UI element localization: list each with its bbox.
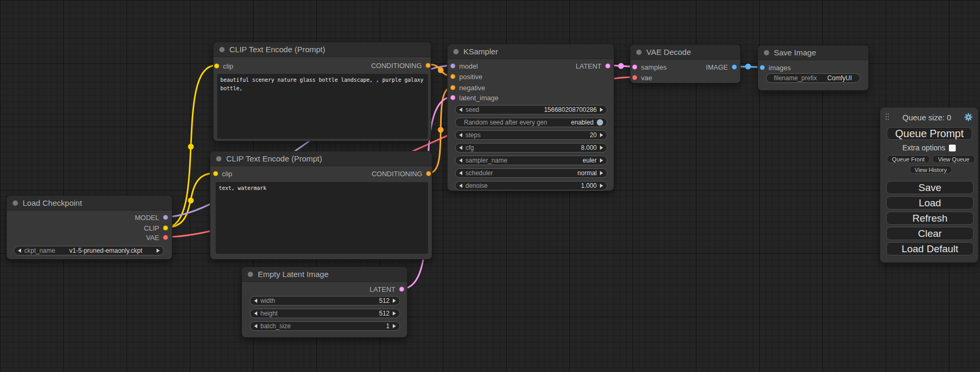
port-dot[interactable] bbox=[163, 235, 168, 240]
queue-front-button[interactable]: Queue Front bbox=[887, 155, 930, 163]
collapse-dot-icon[interactable] bbox=[453, 49, 459, 54]
ckpt-name-widget[interactable]: ckpt_name v1-5-pruned-emaonly.ckpt bbox=[14, 246, 164, 255]
toggle-indicator-icon[interactable] bbox=[597, 119, 603, 126]
output-port-model[interactable]: MODEL bbox=[135, 214, 168, 221]
decrement-arrow-icon[interactable] bbox=[459, 146, 462, 150]
queue-prompt-button[interactable]: Queue Prompt bbox=[887, 127, 972, 140]
denoise-widget[interactable]: denoise 1.000 bbox=[455, 181, 607, 190]
prompt-textarea[interactable]: text, watermark bbox=[216, 182, 428, 254]
increment-arrow-icon[interactable] bbox=[393, 311, 396, 316]
decrement-arrow-icon[interactable] bbox=[254, 311, 257, 316]
prompt-textarea[interactable]: beautiful scenery nature glass bottle la… bbox=[217, 74, 428, 139]
port-dot[interactable] bbox=[213, 171, 218, 176]
seed-widget[interactable]: seed 156680208700286 bbox=[455, 105, 607, 115]
input-port-samples[interactable]: samples bbox=[632, 63, 666, 71]
decrement-arrow-icon[interactable] bbox=[459, 184, 462, 188]
port-dot[interactable] bbox=[450, 74, 455, 79]
refresh-button[interactable]: Refresh bbox=[886, 212, 974, 225]
port-dot[interactable] bbox=[632, 75, 637, 80]
input-port-positive[interactable]: positive bbox=[450, 73, 482, 80]
node-clip-text-encode-positive[interactable]: CLIP Text Encode (Prompt) clip CONDITION… bbox=[213, 42, 431, 141]
settings-gear-icon[interactable] bbox=[964, 112, 973, 122]
decrement-arrow-icon[interactable] bbox=[459, 158, 462, 163]
increment-arrow-icon[interactable] bbox=[157, 249, 160, 253]
collapse-dot-icon[interactable] bbox=[764, 50, 769, 55]
port-dot[interactable] bbox=[426, 171, 431, 176]
view-queue-button[interactable]: View Queue bbox=[932, 155, 975, 163]
port-dot[interactable] bbox=[450, 95, 455, 100]
load-default-button[interactable]: Load Default bbox=[886, 242, 974, 255]
width-widget[interactable]: width 512 bbox=[250, 296, 400, 306]
port-dot[interactable] bbox=[214, 63, 219, 69]
input-port-latent-image[interactable]: latent_image bbox=[450, 94, 498, 101]
port-dot[interactable] bbox=[163, 225, 168, 231]
increment-arrow-icon[interactable] bbox=[600, 108, 603, 112]
output-port-vae[interactable]: VAE bbox=[146, 234, 168, 241]
collapse-dot-icon[interactable] bbox=[13, 201, 18, 206]
input-port-clip[interactable]: clip bbox=[214, 62, 234, 70]
increment-arrow-icon[interactable] bbox=[600, 184, 603, 188]
node-titlebar[interactable]: Empty Latent Image bbox=[242, 267, 407, 282]
increment-arrow-icon[interactable] bbox=[393, 324, 396, 328]
decrement-arrow-icon[interactable] bbox=[459, 133, 462, 137]
output-port-conditioning[interactable]: CONDITIONING bbox=[371, 62, 431, 69]
decrement-arrow-icon[interactable] bbox=[254, 299, 257, 303]
input-port-images[interactable]: images bbox=[760, 64, 791, 71]
node-vae-decode[interactable]: VAE Decode samples vae IMAGE bbox=[630, 44, 741, 83]
port-dot[interactable] bbox=[450, 63, 455, 69]
increment-arrow-icon[interactable] bbox=[600, 158, 603, 163]
decrement-arrow-icon[interactable] bbox=[459, 171, 462, 175]
increment-arrow-icon[interactable] bbox=[600, 146, 603, 150]
collapse-dot-icon[interactable] bbox=[216, 156, 221, 161]
node-empty-latent-image[interactable]: Empty Latent Image LATENT width 512 heig… bbox=[241, 266, 407, 338]
save-button[interactable]: Save bbox=[886, 181, 974, 194]
extra-options-checkbox[interactable] bbox=[949, 145, 956, 151]
random-seed-toggle-widget[interactable]: Random seed after every gen enabled bbox=[455, 118, 607, 127]
node-graph-canvas[interactable]: Load Checkpoint MODEL CLIP VAE ckpt_name… bbox=[0, 0, 980, 372]
steps-widget[interactable]: steps 20 bbox=[455, 130, 607, 140]
output-port-latent[interactable]: LATENT bbox=[576, 62, 610, 70]
node-titlebar[interactable]: Load Checkpoint bbox=[7, 196, 172, 211]
port-dot[interactable] bbox=[399, 287, 404, 292]
node-titlebar[interactable]: VAE Decode bbox=[630, 45, 740, 60]
view-history-button[interactable]: View History bbox=[909, 166, 952, 174]
node-titlebar[interactable]: KSampler bbox=[448, 44, 614, 59]
collapse-dot-icon[interactable] bbox=[636, 50, 642, 55]
port-dot[interactable] bbox=[163, 215, 168, 220]
decrement-arrow-icon[interactable] bbox=[254, 324, 257, 328]
collapse-dot-icon[interactable] bbox=[248, 272, 253, 277]
input-port-clip[interactable]: clip bbox=[213, 170, 232, 177]
output-port-latent[interactable]: LATENT bbox=[370, 285, 404, 293]
node-save-image[interactable]: Save Image images filename_prefix ComfyU… bbox=[758, 45, 869, 91]
output-port-clip[interactable]: CLIP bbox=[144, 224, 168, 232]
port-dot[interactable] bbox=[450, 85, 455, 90]
decrement-arrow-icon[interactable] bbox=[18, 249, 21, 253]
clear-button[interactable]: Clear bbox=[886, 227, 974, 240]
node-titlebar[interactable]: CLIP Text Encode (Prompt) bbox=[214, 42, 431, 57]
increment-arrow-icon[interactable] bbox=[600, 133, 603, 137]
increment-arrow-icon[interactable] bbox=[393, 299, 396, 303]
cfg-widget[interactable]: cfg 8.000 bbox=[455, 143, 607, 152]
port-dot[interactable] bbox=[760, 65, 765, 70]
input-port-vae[interactable]: vae bbox=[632, 74, 652, 81]
port-dot[interactable] bbox=[732, 64, 737, 70]
port-dot[interactable] bbox=[425, 63, 431, 68]
node-clip-text-encode-negative[interactable]: CLIP Text Encode (Prompt) clip CONDITION… bbox=[210, 151, 432, 260]
port-dot[interactable] bbox=[632, 64, 637, 70]
height-widget[interactable]: height 512 bbox=[250, 309, 400, 318]
load-button[interactable]: Load bbox=[886, 196, 974, 209]
input-port-model[interactable]: model bbox=[450, 62, 478, 70]
batch-size-widget[interactable]: batch_size 1 bbox=[250, 321, 400, 331]
sampler-name-widget[interactable]: sampler_name euler bbox=[455, 156, 607, 165]
node-titlebar[interactable]: CLIP Text Encode (Prompt) bbox=[210, 151, 432, 166]
node-ksampler[interactable]: KSampler model positive negative latent_… bbox=[447, 44, 614, 191]
increment-arrow-icon[interactable] bbox=[600, 171, 603, 175]
output-port-conditioning[interactable]: CONDITIONING bbox=[372, 170, 431, 177]
scheduler-widget[interactable]: scheduler normal bbox=[455, 168, 607, 178]
filename-prefix-widget[interactable]: filename_prefix ComfyUI bbox=[766, 73, 860, 83]
node-load-checkpoint[interactable]: Load Checkpoint MODEL CLIP VAE ckpt_name… bbox=[6, 195, 172, 260]
node-titlebar[interactable]: Save Image bbox=[758, 45, 868, 60]
input-port-negative[interactable]: negative bbox=[450, 84, 485, 91]
collapse-dot-icon[interactable] bbox=[219, 47, 225, 52]
port-dot[interactable] bbox=[605, 63, 610, 69]
